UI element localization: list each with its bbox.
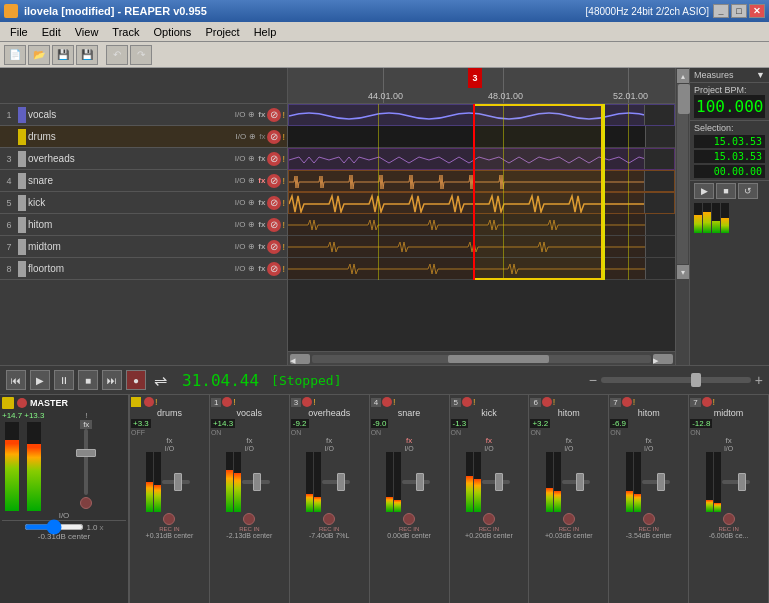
timeline-ruler[interactable]: 44.01.00 48.01.00 52.01.00 3: [288, 68, 675, 104]
ch-fx-overheads[interactable]: fx: [326, 436, 332, 445]
ch-rec-snare[interactable]: [403, 513, 415, 525]
ch-fx-kick[interactable]: fx: [486, 436, 492, 445]
ch-fader-vocals[interactable]: [242, 452, 272, 512]
menu-help[interactable]: Help: [248, 25, 283, 39]
track-lane-6[interactable]: [288, 214, 675, 236]
timeline-hscrollbar[interactable]: ◂ ▸: [288, 351, 675, 365]
transport-skip-start[interactable]: ⏮: [6, 370, 26, 390]
track-mute-1[interactable]: ⊘: [267, 108, 281, 122]
menu-track[interactable]: Track: [106, 25, 145, 39]
track-lane-4[interactable]: [288, 170, 675, 192]
track-lane-7[interactable]: [288, 236, 675, 258]
toolbar-new[interactable]: 📄: [4, 45, 26, 65]
transport-minus[interactable]: −: [589, 372, 597, 388]
close-button[interactable]: ✕: [749, 4, 765, 18]
ch-fader-kick[interactable]: [482, 452, 512, 512]
menu-project[interactable]: Project: [199, 25, 245, 39]
menu-file[interactable]: File: [4, 25, 34, 39]
transport-pause[interactable]: ⏸: [54, 370, 74, 390]
track-fx-8[interactable]: fx: [257, 264, 266, 273]
maximize-button[interactable]: □: [731, 4, 747, 18]
hscroll-right-btn[interactable]: ▸: [653, 354, 673, 364]
toolbar-open[interactable]: 📂: [28, 45, 50, 65]
track-mute-8[interactable]: ⊘: [267, 262, 281, 276]
ch-mute-snare[interactable]: [382, 397, 392, 407]
track-mute-5[interactable]: ⊘: [267, 196, 281, 210]
master-vol-control[interactable]: 1.0 x: [2, 523, 126, 532]
track-env-3[interactable]: ⊕: [247, 154, 256, 163]
ch-mute-vocals[interactable]: [222, 397, 232, 407]
transport-skip-end[interactable]: ⏭: [102, 370, 122, 390]
ch-fx-midtom[interactable]: fx: [646, 436, 652, 445]
ch-rec-kick[interactable]: [483, 513, 495, 525]
vscroll-thumb[interactable]: [678, 84, 690, 114]
menu-edit[interactable]: Edit: [36, 25, 67, 39]
ch-fader-thumb-hitom[interactable]: [576, 473, 584, 491]
ch-fader-overheads[interactable]: [322, 452, 352, 512]
menu-view[interactable]: View: [69, 25, 105, 39]
ch-rec-drums[interactable]: [163, 513, 175, 525]
ch-fader-hitom[interactable]: [562, 452, 592, 512]
master-volume-slider[interactable]: [601, 377, 751, 383]
ch-fader-thumb-kick[interactable]: [495, 473, 503, 491]
hscroll-left-btn[interactable]: ◂: [290, 354, 310, 364]
ch-rec-midtom2[interactable]: [723, 513, 735, 525]
track-io-3[interactable]: I/O: [234, 154, 247, 163]
track-fx-2[interactable]: fx: [258, 132, 266, 141]
play-btn-right[interactable]: ▶: [694, 183, 714, 199]
toolbar-redo[interactable]: ↷: [130, 45, 152, 65]
track-fx-1[interactable]: fx: [257, 110, 266, 119]
master-vol-slider[interactable]: [24, 524, 84, 530]
track-fx-3[interactable]: fx: [257, 154, 266, 163]
tracks-content[interactable]: [288, 104, 675, 351]
track-mute-7[interactable]: ⊘: [267, 240, 281, 254]
ch-io-drums[interactable]: I/O: [165, 445, 174, 452]
ch-fader-thumb-overheads[interactable]: [337, 473, 345, 491]
track-lane-1[interactable]: [288, 104, 675, 126]
ch-rec-midtom[interactable]: [643, 513, 655, 525]
ch-mute-midtom2[interactable]: [702, 397, 712, 407]
ch-io-vocals[interactable]: I/O: [245, 445, 254, 452]
ch-rec-hitom[interactable]: [563, 513, 575, 525]
ch-fader-thumb-vocals[interactable]: [253, 473, 261, 491]
ch-io-hitom[interactable]: I/O: [564, 445, 573, 452]
measures-dropdown[interactable]: ▼: [756, 70, 765, 80]
ch-fader-thumb-snare[interactable]: [416, 473, 424, 491]
track-mute-2[interactable]: ⊘: [267, 130, 281, 144]
master-fader-thumb[interactable]: [76, 449, 96, 457]
track-lane-3[interactable]: [288, 148, 675, 170]
hscroll-track[interactable]: [312, 355, 651, 363]
transport-play[interactable]: ▶: [30, 370, 50, 390]
track-io-6[interactable]: I/O: [234, 220, 247, 229]
track-env-8[interactable]: ⊕: [247, 264, 256, 273]
track-io-7[interactable]: I/O: [234, 242, 247, 251]
ch-io-kick[interactable]: I/O: [484, 445, 493, 452]
ch-fx-vocals[interactable]: fx: [246, 436, 252, 445]
ch-fader-thumb-midtom[interactable]: [657, 473, 665, 491]
ch-fader-drums[interactable]: [162, 452, 192, 512]
ch-fx-snare[interactable]: fx: [406, 436, 412, 445]
vscroll-up-btn[interactable]: ▴: [677, 69, 689, 83]
ch-fader-snare[interactable]: [402, 452, 432, 512]
ch-mute-midtom[interactable]: [622, 397, 632, 407]
track-io-4[interactable]: I/O: [234, 176, 247, 185]
track-env-2[interactable]: ⊕: [248, 132, 257, 141]
track-fx-4[interactable]: fx: [257, 176, 266, 185]
ch-fx-midtom2[interactable]: fx: [725, 436, 731, 445]
vscroll-down-btn[interactable]: ▾: [677, 265, 689, 279]
toolbar-undo[interactable]: ↶: [106, 45, 128, 65]
track-env-7[interactable]: ⊕: [247, 242, 256, 251]
ch-fader-midtom2[interactable]: [722, 452, 752, 512]
track-mute-6[interactable]: ⊘: [267, 218, 281, 232]
ch-mute-overheads[interactable]: [302, 397, 312, 407]
track-io-5[interactable]: I/O: [234, 198, 247, 207]
track-io-2[interactable]: I/O: [235, 132, 248, 141]
track-fx-5[interactable]: fx: [257, 198, 266, 207]
ch-fader-thumb-midtom2[interactable]: [738, 473, 746, 491]
ch-fx-drums[interactable]: fx: [166, 436, 172, 445]
master-fx-btn[interactable]: fx: [80, 420, 92, 429]
ch-io-snare[interactable]: I/O: [404, 445, 413, 452]
ch-mute-hitom[interactable]: [542, 397, 552, 407]
track-mute-3[interactable]: ⊘: [267, 152, 281, 166]
master-mute-btn[interactable]: [17, 398, 27, 408]
